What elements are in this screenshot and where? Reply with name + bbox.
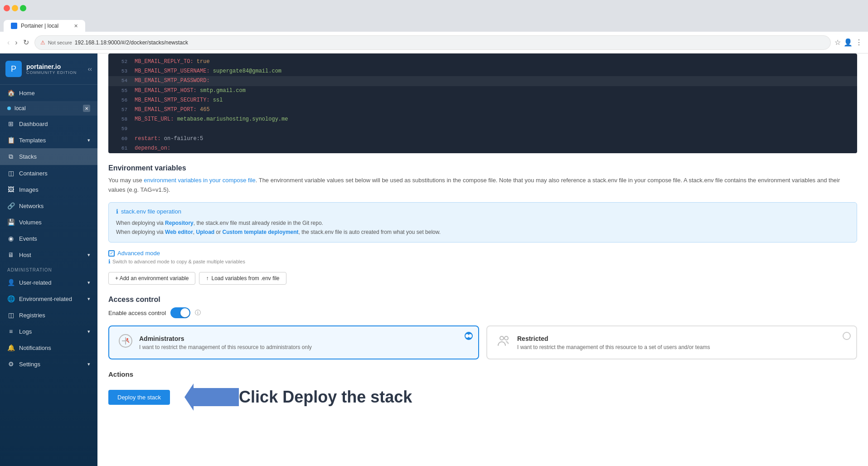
deploy-stack-btn[interactable]: Deploy the stack: [108, 390, 170, 405]
networks-icon: 🔗: [7, 202, 15, 209]
advanced-mode-checkbox[interactable]: ✓: [108, 250, 115, 257]
code-editor[interactable]: 52 MB_EMAIL_REPLY_TO: true 53 MB_EMAIL_S…: [108, 53, 857, 153]
address-bar[interactable]: ⚠ Not secure 192.168.1.18:9000/#/2/docke…: [34, 35, 831, 50]
code-line-54: 54 MB_EMAIL_SMTP_PASSWORD:: [108, 76, 857, 86]
actions-title: Actions: [108, 370, 857, 378]
refresh-btn[interactable]: ↻: [21, 36, 31, 49]
custom-template-link[interactable]: Custom template deployment: [223, 229, 299, 235]
sidebar-item-environment-related[interactable]: 🌐 Environment-related ▾: [0, 291, 97, 307]
sidebar-env-name: local: [15, 105, 26, 112]
code-line-60: 60 restart: on-failure:5: [108, 134, 857, 144]
info-box-body: When deploying via Repository, the stack…: [116, 218, 849, 237]
environment-related-chevron-icon: ▾: [87, 296, 90, 302]
access-enable-row: Enable access control ⓘ: [108, 307, 857, 318]
repo-link[interactable]: Repository: [165, 220, 194, 226]
code-line-52: 52 MB_EMAIL_REPLY_TO: true: [108, 57, 857, 67]
env-vars-title: Environment variables: [108, 164, 857, 172]
logo-name: portainer.io: [26, 63, 77, 70]
sidebar-env-header[interactable]: local ✕: [0, 101, 97, 116]
logs-icon: ≡: [7, 328, 15, 335]
access-enable-label: Enable access control: [108, 310, 166, 316]
sidebar-images-label: Images: [19, 186, 39, 193]
sidebar-logo: P portainer.io COMMUNITY EDITION ‹‹: [0, 53, 97, 85]
access-help-icon[interactable]: ⓘ: [195, 309, 201, 317]
registries-icon: ◫: [7, 311, 15, 319]
volumes-icon: 💾: [7, 218, 15, 226]
more-btn[interactable]: ⋮: [855, 38, 863, 47]
administrators-label: Administrators: [139, 335, 312, 342]
forward-btn[interactable]: ›: [13, 36, 19, 49]
web-editor-link[interactable]: Web editor: [165, 229, 193, 235]
info-box-title: ℹ stack.env file operation: [116, 208, 849, 215]
advanced-mode-row: ✓ Advanced mode: [108, 250, 857, 257]
arrow-icon: [184, 383, 239, 411]
code-line-53: 53 MB_EMAIL_SMTP_USERNAME: supergate84@g…: [108, 67, 857, 76]
sidebar-item-registries[interactable]: ◫ Registries: [0, 307, 97, 323]
sidebar-item-logs[interactable]: ≡ Logs ▾: [0, 323, 97, 340]
stacks-icon: ⧉: [7, 153, 15, 160]
sidebar-registries-label: Registries: [19, 312, 45, 319]
sidebar-settings-label: Settings: [19, 361, 40, 368]
code-scroll-area[interactable]: 52 MB_EMAIL_REPLY_TO: true 53 MB_EMAIL_S…: [108, 53, 857, 153]
access-card-restricted[interactable]: Restricted I want to restrict the manage…: [486, 325, 857, 359]
tab-close-btn[interactable]: ✕: [74, 23, 78, 29]
env-vars-desc: You may use environment variables in you…: [108, 176, 857, 195]
window-maximize[interactable]: [20, 5, 26, 11]
sidebar-item-images[interactable]: 🖼 Images: [0, 181, 97, 198]
back-btn[interactable]: ‹: [5, 36, 11, 49]
access-card-administrators[interactable]: Administrators I want to restrict the ma…: [108, 325, 479, 359]
restricted-label: Restricted: [517, 335, 710, 342]
sidebar-collapse-btn[interactable]: ‹‹: [88, 65, 92, 73]
settings-icon: ⚙: [7, 360, 15, 368]
window-controls: [4, 5, 26, 11]
sidebar-item-stacks[interactable]: ⧉ Stacks: [0, 148, 97, 165]
sidebar-item-templates[interactable]: 📋 Templates ▾: [0, 132, 97, 148]
sidebar-volumes-label: Volumes: [19, 219, 42, 226]
bookmark-btn[interactable]: ☆: [834, 38, 841, 47]
sidebar-item-notifications[interactable]: 🔔 Notifications: [0, 340, 97, 356]
sidebar-item-networks[interactable]: 🔗 Networks: [0, 198, 97, 214]
administrators-radio[interactable]: [465, 332, 473, 340]
sidebar-logs-label: Logs: [19, 328, 32, 335]
home-icon: 🏠: [7, 89, 15, 97]
environment-related-icon: 🌐: [7, 295, 15, 302]
annotation-text: Click Deploy the stack: [239, 388, 412, 407]
images-icon: 🖼: [7, 186, 15, 193]
load-env-btn[interactable]: ↑ Load variables from .env file: [199, 272, 286, 285]
access-control-title: Access control: [108, 296, 857, 304]
sidebar-env-close[interactable]: ✕: [83, 105, 90, 112]
security-label: Not secure: [48, 40, 72, 45]
sidebar-item-host[interactable]: 🖥 Host ▾: [0, 247, 97, 263]
containers-icon: ◫: [7, 170, 15, 177]
sidebar-item-settings[interactable]: ⚙ Settings ▾: [0, 356, 97, 372]
sidebar-item-volumes[interactable]: 💾 Volumes: [0, 214, 97, 230]
window-minimize[interactable]: [12, 5, 18, 11]
code-line-61: 61 depends_on:: [108, 144, 857, 153]
sidebar-item-events[interactable]: ◉ Events: [0, 230, 97, 247]
access-cards: Administrators I want to restrict the ma…: [108, 325, 857, 359]
restricted-radio[interactable]: [843, 332, 851, 340]
access-control-toggle[interactable]: [170, 307, 190, 318]
code-line-58: 58 MB_SITE_URL: metabase.mariushosting.s…: [108, 115, 857, 124]
browser-tab[interactable]: Portainer | local ✕: [4, 20, 85, 32]
sidebar-home-label: Home: [19, 90, 35, 97]
window-close[interactable]: [4, 5, 10, 11]
svg-point-5: [500, 336, 504, 340]
nav-arrows: ‹ › ↻: [5, 36, 31, 49]
info-line-1: When deploying via Repository, the stack…: [116, 218, 849, 228]
sidebar-item-dashboard[interactable]: ⊞ Dashboard: [0, 116, 97, 132]
env-vars-desc-link[interactable]: environment variables in your compose fi…: [144, 177, 255, 184]
upload-link[interactable]: Upload: [196, 229, 215, 235]
advanced-mode-label[interactable]: Advanced mode: [117, 250, 160, 257]
app: P portainer.io COMMUNITY EDITION ‹‹ 🏠 Ho…: [0, 53, 868, 466]
add-env-var-btn[interactable]: + Add an environment variable: [108, 272, 195, 285]
sidebar-item-home[interactable]: 🏠 Home: [0, 85, 97, 101]
sidebar-item-containers[interactable]: ◫ Containers: [0, 165, 97, 181]
restricted-info: Restricted I want to restrict the manage…: [517, 335, 710, 350]
nav-bar: ‹ › ↻ ⚠ Not secure 192.168.1.18:9000/#/2…: [0, 32, 868, 53]
browser-chrome: [0, 0, 868, 16]
profile-btn[interactable]: 👤: [844, 38, 853, 47]
sidebar-item-user-related[interactable]: 👤 User-related ▾: [0, 274, 97, 291]
env-status-dot: [7, 107, 11, 110]
access-control-section: Access control Enable access control ⓘ: [108, 296, 857, 359]
